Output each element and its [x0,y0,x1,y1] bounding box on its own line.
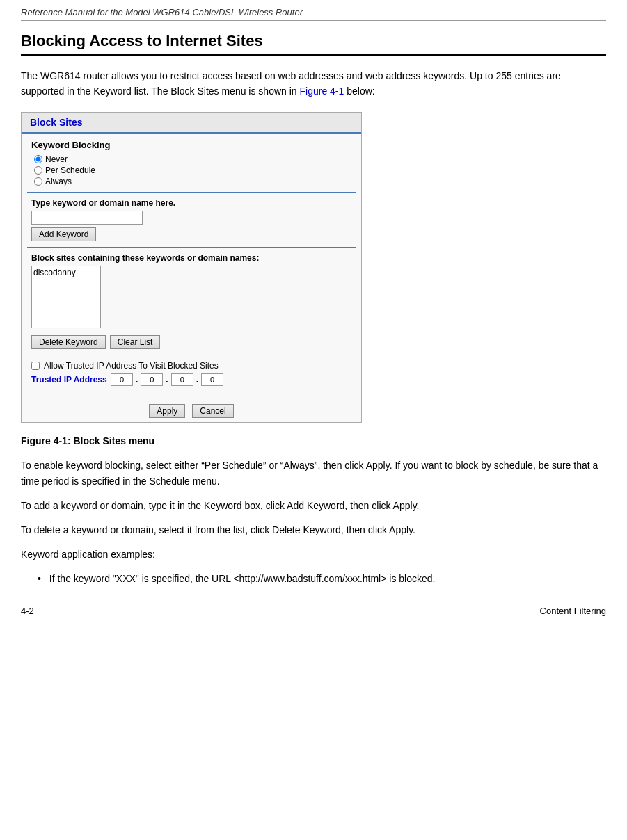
keyword-input-label: Type keyword or domain name here. [31,198,351,208]
body-text-1: To enable keyword blocking, select eithe… [21,460,598,487]
body-paragraph-2: To add a keyword or domain, type it in t… [21,498,606,514]
keyword-list-item: discodanny [33,268,99,277]
block-sites-panel: Block Sites Keyword Blocking Never Per S… [21,112,362,423]
radio-per-schedule[interactable]: Per Schedule [34,165,351,175]
radio-always[interactable]: Always [34,177,351,186]
panel-title-bar: Block Sites [22,113,361,134]
clear-list-button[interactable]: Clear List [110,335,161,349]
radio-per-schedule-input[interactable] [34,166,42,175]
ip-dot-1: . [136,375,138,385]
keyword-list-box[interactable]: discodanny [31,266,101,328]
footer-bar: 4-2 Content Filtering [21,601,606,616]
keyword-button-row: Delete Keyword Clear List [31,332,351,349]
keyword-input-section: Type keyword or domain name here. Add Ke… [22,193,361,247]
body-paragraph-1: To enable keyword blocking, select eithe… [21,458,606,490]
ip-octet-1[interactable] [111,373,133,386]
add-keyword-button[interactable]: Add Keyword [31,227,96,241]
bullet-paragraph: • If the keyword "XXX" is specified, the… [21,571,606,587]
radio-always-label: Always [45,177,72,186]
radio-never-input[interactable] [34,155,42,163]
radio-never[interactable]: Never [34,154,351,164]
trusted-checkbox-row: Allow Trusted IP Address To Visit Blocke… [31,361,351,371]
body-paragraph-3: To delete a keyword or domain, select it… [21,522,606,538]
footer-section-title: Content Filtering [540,606,606,616]
ip-octet-4[interactable] [201,373,223,386]
bullet-symbol: • [38,573,41,584]
page-title: Blocking Access to Internet Sites [21,32,606,56]
keyword-blocking-label: Keyword Blocking [31,140,351,150]
figure-link[interactable]: Figure 4-1 [300,86,344,97]
keyword-blocking-section: Keyword Blocking Never Per Schedule Alwa… [22,134,361,192]
apply-button[interactable]: Apply [149,404,185,418]
ip-octet-2[interactable] [141,373,163,386]
trusted-ip-checkbox-label: Allow Trusted IP Address To Visit Blocke… [44,361,219,371]
radio-always-input[interactable] [34,177,42,186]
radio-group: Never Per Schedule Always [34,154,351,186]
ip-dot-3: . [196,375,198,385]
trusted-ip-section: Allow Trusted IP Address To Visit Blocke… [22,355,361,396]
body-text-3: To delete a keyword or domain, select it… [21,524,415,535]
trusted-ip-address-row: Trusted IP Address . . . [31,373,351,386]
top-header: Reference Manual for the Model WGR614 Ca… [21,7,606,21]
body-paragraph-4: Keyword application examples: [21,547,606,563]
radio-per-schedule-label: Per Schedule [45,165,95,175]
radio-never-label: Never [45,154,68,164]
page-container: Reference Manual for the Model WGR614 Ca… [0,0,627,840]
intro-text-end: below: [347,86,374,97]
figure-caption: Figure 4-1: Block Sites menu [21,435,606,446]
intro-text-start: The WGR614 router allows you to restrict… [21,70,561,97]
header-text: Reference Manual for the Model WGR614 Ca… [21,7,303,17]
apply-cancel-row: Apply Cancel [22,396,361,422]
keyword-text-input[interactable] [31,211,143,225]
ip-dot-2: . [166,375,168,385]
body-text-2: To add a keyword or domain, type it in t… [21,500,419,511]
panel-title: Block Sites [30,117,82,128]
block-sites-list-section: Block sites containing these keywords or… [22,248,361,355]
ip-octet-3[interactable] [171,373,193,386]
trusted-ip-checkbox[interactable] [31,362,40,370]
body-text-4: Keyword application examples: [21,549,155,560]
intro-paragraph: The WGR614 router allows you to restrict… [21,68,606,99]
trusted-ip-label: Trusted IP Address [31,375,108,385]
bullet-text: If the keyword "XXX" is specified, the U… [49,573,436,584]
cancel-button[interactable]: Cancel [192,404,233,418]
block-sites-label: Block sites containing these keywords or… [31,253,351,263]
footer-page-number: 4-2 [21,606,34,616]
delete-keyword-button[interactable]: Delete Keyword [31,335,106,349]
